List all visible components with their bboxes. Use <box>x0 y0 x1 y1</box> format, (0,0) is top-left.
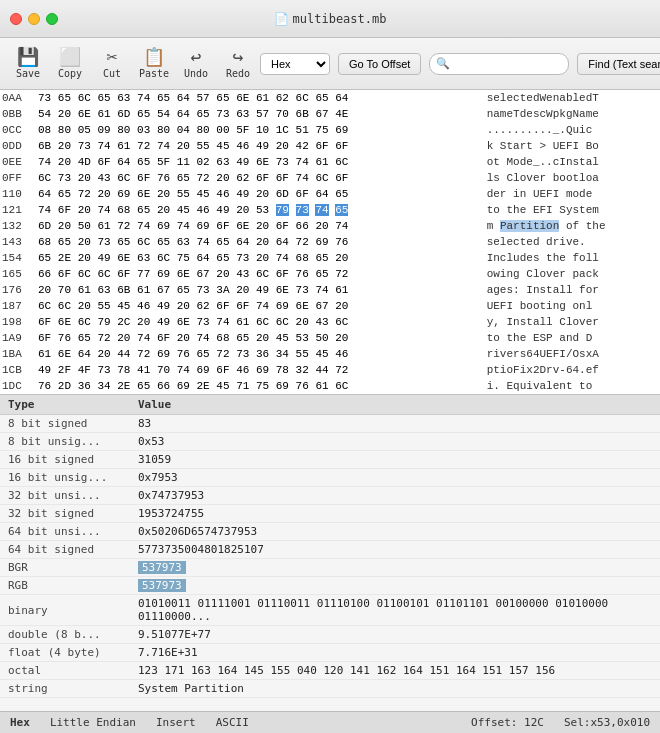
hex-byte[interactable]: 6F <box>157 332 170 344</box>
hex-byte[interactable]: 72 <box>216 348 229 360</box>
hex-bytes[interactable]: 74 6F 20 74 68 65 20 45 46 49 20 53 79 7… <box>36 202 485 218</box>
hex-byte[interactable]: 74 <box>276 252 289 264</box>
find-button[interactable]: Find (Text search) <box>577 53 660 75</box>
hex-byte[interactable]: 49 <box>157 316 170 328</box>
hex-byte[interactable]: 78 <box>117 364 130 376</box>
encoding-select[interactable]: Hex <box>260 53 330 75</box>
hex-byte[interactable]: 64 <box>335 92 348 104</box>
hex-byte[interactable]: 73 <box>97 364 110 376</box>
hex-byte[interactable]: 64 <box>276 236 289 248</box>
hex-byte[interactable]: 45 <box>117 300 130 312</box>
hex-byte[interactable]: 6E <box>137 188 150 200</box>
save-button[interactable]: 💾 Save <box>8 44 48 83</box>
hex-bytes[interactable]: 49 2F 4F 73 78 41 70 74 69 6F 46 69 78 3… <box>36 362 485 378</box>
hex-bytes[interactable]: 73 65 6C 65 63 74 65 64 57 65 6E 61 62 6… <box>36 90 485 106</box>
hex-byte[interactable]: 63 <box>117 92 130 104</box>
hex-byte[interactable]: 65 <box>315 268 328 280</box>
hex-byte[interactable]: 20 <box>236 204 249 216</box>
hex-byte[interactable]: 74 <box>315 284 328 296</box>
hex-byte[interactable]: 72 <box>117 220 130 232</box>
hex-byte[interactable]: 6E <box>117 252 130 264</box>
hex-byte[interactable]: 64 <box>197 252 210 264</box>
hex-byte[interactable]: 63 <box>216 156 229 168</box>
hex-byte[interactable]: 73 <box>236 252 249 264</box>
hex-byte[interactable]: 20 <box>157 188 170 200</box>
hex-byte[interactable]: 6E <box>58 348 71 360</box>
hex-byte[interactable]: 6C <box>335 380 348 392</box>
hex-byte[interactable]: 6F <box>216 364 229 376</box>
hex-byte[interactable]: 75 <box>315 124 328 136</box>
hex-byte[interactable]: 80 <box>157 124 170 136</box>
hex-byte[interactable]: 02 <box>197 156 210 168</box>
hex-byte[interactable]: 65 <box>38 252 51 264</box>
hex-byte[interactable]: 00 <box>216 124 229 136</box>
hex-bytes[interactable]: 74 20 4D 6F 64 65 5F 11 02 63 49 6E 73 7… <box>36 154 485 170</box>
hex-byte[interactable]: 65 <box>197 108 210 120</box>
hex-byte[interactable]: 6C <box>157 252 170 264</box>
close-button[interactable] <box>10 13 22 25</box>
hex-byte[interactable]: 6F <box>38 316 51 328</box>
hex-byte[interactable]: 6C <box>335 156 348 168</box>
hex-byte[interactable]: 44 <box>315 364 328 376</box>
hex-byte[interactable]: 6F <box>315 140 328 152</box>
table-row[interactable]: 0DD6B 20 73 74 61 72 74 20 55 45 46 49 2… <box>0 138 660 154</box>
hex-byte[interactable]: 65 <box>315 92 328 104</box>
hex-byte[interactable]: 66 <box>296 220 309 232</box>
hex-byte[interactable]: 2F <box>58 364 71 376</box>
hex-byte[interactable]: 43 <box>236 268 249 280</box>
hex-byte[interactable]: 20 <box>335 332 348 344</box>
hex-byte[interactable]: 5F <box>236 124 249 136</box>
hex-byte[interactable]: 62 <box>197 300 210 312</box>
hex-byte[interactable]: 65 <box>216 92 229 104</box>
hex-byte[interactable]: 53 <box>256 204 269 216</box>
hex-byte[interactable]: 20 <box>177 332 190 344</box>
hex-byte[interactable]: 74 <box>177 220 190 232</box>
hex-byte[interactable]: 65 <box>236 332 249 344</box>
hex-byte[interactable]: 65 <box>137 204 150 216</box>
hex-byte[interactable]: 57 <box>197 92 210 104</box>
hex-byte[interactable]: 73 <box>197 284 210 296</box>
hex-byte[interactable]: 20 <box>58 108 71 120</box>
hex-byte[interactable]: 78 <box>276 364 289 376</box>
hex-byte[interactable]: 74 <box>197 332 210 344</box>
hex-byte[interactable]: 61 <box>117 140 130 152</box>
table-row[interactable]: 17620 70 61 63 6B 61 67 65 73 3A 20 49 6… <box>0 282 660 298</box>
hex-bytes[interactable]: 68 65 20 73 65 6C 65 63 74 65 64 20 64 7… <box>36 234 485 250</box>
hex-byte[interactable]: 80 <box>117 124 130 136</box>
hex-byte[interactable]: 20 <box>256 332 269 344</box>
hex-byte[interactable]: 20 <box>256 220 269 232</box>
goto-offset-button[interactable]: Go To Offset <box>338 53 421 75</box>
statusbar-ascii[interactable]: ASCII <box>216 716 249 729</box>
hex-byte[interactable]: 61 <box>97 108 110 120</box>
hex-byte[interactable]: 67 <box>157 284 170 296</box>
hex-byte[interactable]: 74 <box>177 364 190 376</box>
hex-byte[interactable]: 49 <box>216 204 229 216</box>
table-row[interactable]: 1326D 20 50 61 72 74 69 74 69 6F 6E 20 6… <box>0 218 660 234</box>
copy-button[interactable]: ⬜ Copy <box>50 44 90 83</box>
hex-byte[interactable]: 50 <box>78 220 91 232</box>
hex-byte[interactable]: 4D <box>78 156 91 168</box>
hex-byte[interactable]: 6C <box>137 236 150 248</box>
hex-byte[interactable]: 64 <box>236 236 249 248</box>
hex-byte[interactable]: 20 <box>58 140 71 152</box>
hex-byte[interactable]: 49 <box>236 188 249 200</box>
hex-byte[interactable]: 6E <box>236 220 249 232</box>
hex-byte[interactable]: 43 <box>315 316 328 328</box>
hex-byte[interactable]: 46 <box>216 188 229 200</box>
hex-byte[interactable]: 6F <box>276 172 289 184</box>
hex-byte[interactable]: 76 <box>38 380 51 392</box>
hex-byte[interactable]: 67 <box>315 108 328 120</box>
table-row[interactable]: 0EE74 20 4D 6F 64 65 5F 11 02 63 49 6E 7… <box>0 154 660 170</box>
hex-byte[interactable]: 6F <box>137 172 150 184</box>
hex-byte[interactable]: 61 <box>256 92 269 104</box>
hex-byte[interactable]: 62 <box>236 172 249 184</box>
hex-byte[interactable]: 65 <box>157 92 170 104</box>
hex-byte[interactable]: 20 <box>117 332 130 344</box>
hex-byte[interactable]: 69 <box>276 300 289 312</box>
hex-byte[interactable]: 74 <box>216 316 229 328</box>
hex-byte[interactable]: 69 <box>177 380 190 392</box>
hex-byte[interactable]: 2D <box>58 380 71 392</box>
hex-byte[interactable]: 6F <box>58 204 71 216</box>
hex-byte[interactable]: 61 <box>315 156 328 168</box>
statusbar-hex[interactable]: Hex <box>10 716 30 729</box>
